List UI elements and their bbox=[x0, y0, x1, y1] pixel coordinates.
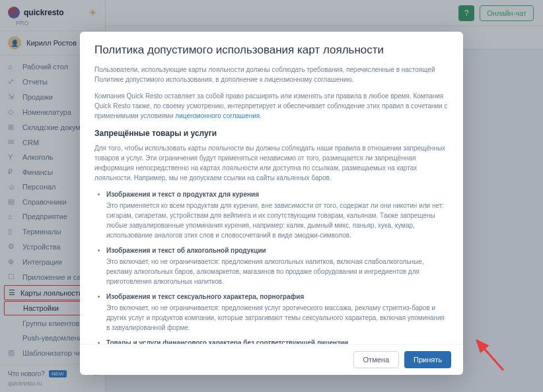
modal-paragraph: Компания Quick Resto оставляет за собой … bbox=[94, 91, 449, 121]
list-item: Изображения и текст сексуального характе… bbox=[106, 292, 449, 333]
policy-modal: Политика допустимого использования карт … bbox=[80, 32, 463, 375]
modal-footer: Отмена Принять bbox=[80, 344, 463, 375]
cancel-button[interactable]: Отмена bbox=[353, 351, 399, 368]
prohibited-list: Изображения и текст о продуктах для куре… bbox=[94, 189, 449, 344]
modal-subheading: Запрещённые товары и услуги bbox=[94, 129, 449, 138]
list-item: Изображения и текст о продуктах для куре… bbox=[106, 189, 449, 240]
list-item: Изображения и текст об алкогольной проду… bbox=[106, 245, 449, 286]
accept-button[interactable]: Принять bbox=[404, 351, 451, 368]
modal-body: Политика допустимого использования карт … bbox=[80, 32, 463, 344]
modal-overlay: Политика допустимого использования карт … bbox=[0, 0, 543, 392]
modal-paragraph: Для того, чтобы использовать карты лояль… bbox=[94, 143, 449, 183]
modal-title: Политика допустимого использования карт … bbox=[94, 44, 449, 57]
modal-paragraph: Пользователи, использующие карты лояльно… bbox=[94, 65, 449, 84]
license-link[interactable]: лицензионного соглашения bbox=[175, 112, 260, 119]
list-item: Товары и услуги финансового характера бе… bbox=[106, 338, 449, 344]
